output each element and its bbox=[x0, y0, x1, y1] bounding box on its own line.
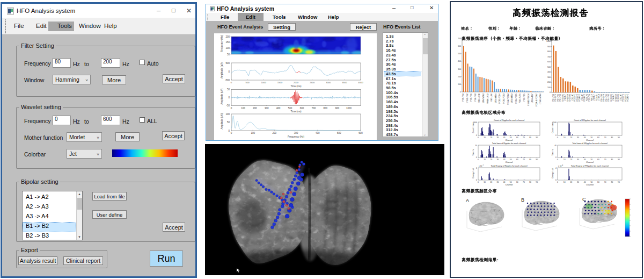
svg-text:20: 20 bbox=[490, 159, 492, 161]
svg-text:P31C-P3: P31C-P3 bbox=[586, 94, 588, 101]
svg-text:500: 500 bbox=[458, 53, 461, 55]
svg-text:Total Engery of Ripples for ea: Total Engery of Ripples for each channel bbox=[491, 165, 527, 167]
svg-text:Energy / uV: Energy / uV bbox=[472, 168, 474, 178]
svg-text:50: 50 bbox=[510, 159, 512, 161]
svg-text:PCB2-PCB3: PCB2-PCB3 bbox=[503, 94, 505, 104]
svg-text:Count / times: Count / times bbox=[472, 121, 474, 133]
svg-text:0: 0 bbox=[555, 179, 557, 181]
svg-text:Amplitude (uV): Amplitude (uV) bbox=[221, 62, 223, 78]
svg-text:100: 100 bbox=[458, 83, 461, 85]
svg-text:0: 0 bbox=[550, 91, 551, 94]
svg-text:60: 60 bbox=[516, 137, 518, 139]
svg-text:60: 60 bbox=[597, 181, 599, 183]
svg-text:500: 500 bbox=[288, 107, 292, 110]
svg-text:30: 30 bbox=[497, 159, 499, 161]
svg-text:0: 0 bbox=[231, 81, 232, 84]
svg-text:PSH-PH6: PSH-PH6 bbox=[470, 94, 472, 102]
svg-text:PSH-PH4: PSH-PH4 bbox=[552, 94, 554, 102]
svg-text:10: 10 bbox=[564, 159, 566, 161]
svg-text:150: 150 bbox=[225, 41, 230, 44]
svg-text:8: 8 bbox=[562, 164, 564, 167]
svg-text:3500: 3500 bbox=[342, 81, 347, 84]
svg-text:20: 20 bbox=[490, 181, 492, 183]
svg-text:UH5-UH6: UH5-UH6 bbox=[617, 94, 619, 102]
svg-text:0: 0 bbox=[228, 130, 230, 132]
svg-text:300: 300 bbox=[265, 107, 269, 110]
svg-text:800: 800 bbox=[324, 107, 328, 110]
svg-text:800: 800 bbox=[547, 51, 551, 53]
svg-text:PSH-PH4: PSH-PH4 bbox=[601, 94, 603, 102]
svg-text:100: 100 bbox=[241, 107, 245, 110]
svg-text:UH10-UH: UH10-UH bbox=[567, 94, 569, 102]
svg-text:30: 30 bbox=[577, 181, 579, 183]
svg-text:90: 90 bbox=[618, 181, 620, 183]
svg-text:7: 7 bbox=[483, 164, 484, 167]
svg-text:60: 60 bbox=[597, 159, 599, 161]
svg-text:600: 600 bbox=[300, 107, 304, 110]
svg-text:70: 70 bbox=[523, 159, 525, 161]
svg-text:500: 500 bbox=[553, 121, 557, 124]
svg-text:Energy / uV: Energy / uV bbox=[552, 168, 554, 178]
svg-text:PSC-PE5: PSC-PE5 bbox=[588, 94, 590, 102]
svg-text:Time (ms): Time (ms) bbox=[290, 85, 302, 88]
svg-text:80: 80 bbox=[611, 159, 613, 161]
svg-text:30: 30 bbox=[497, 137, 499, 139]
svg-text:100: 100 bbox=[225, 113, 230, 116]
svg-text:PCB2-PC: PCB2-PC bbox=[625, 94, 627, 102]
svg-text:200: 200 bbox=[273, 132, 277, 134]
svg-text:90: 90 bbox=[536, 159, 538, 161]
svg-text:C: C bbox=[582, 197, 586, 202]
svg-text:40: 40 bbox=[503, 137, 506, 139]
svg-text:UH10-UH13: UH10-UH13 bbox=[487, 94, 489, 104]
svg-text:2000: 2000 bbox=[294, 81, 299, 84]
svg-text:20: 20 bbox=[570, 181, 572, 183]
svg-text:50: 50 bbox=[590, 181, 592, 183]
svg-text:80: 80 bbox=[529, 137, 531, 139]
svg-text:100: 100 bbox=[251, 132, 255, 134]
svg-text:Channel: Channel bbox=[505, 139, 513, 141]
svg-text:20: 20 bbox=[490, 137, 492, 139]
svg-text:70: 70 bbox=[604, 159, 606, 161]
svg-text:PSC-PE5: PSC-PE5 bbox=[523, 94, 525, 102]
svg-text:LTB3-AT: LTB3-AT bbox=[572, 94, 574, 101]
svg-text:0: 0 bbox=[231, 107, 232, 110]
svg-text:PSH13-PSH14: PSH13-PSH14 bbox=[528, 94, 530, 106]
svg-text:x 10: x 10 bbox=[558, 165, 562, 167]
svg-text:LTB3-AT: LTB3-AT bbox=[581, 94, 583, 101]
svg-text:LTB3-ATB4: LTB3-ATB4 bbox=[495, 94, 497, 103]
svg-text:700: 700 bbox=[312, 107, 316, 110]
svg-text:80: 80 bbox=[611, 137, 613, 139]
svg-text:80: 80 bbox=[611, 181, 613, 183]
svg-text:Time / s: Time / s bbox=[472, 149, 474, 156]
svg-text:P31C-P3T6: P31C-P3T6 bbox=[519, 94, 521, 103]
svg-text:Count of Ripples for each chan: Count of Ripples for each channel bbox=[494, 119, 524, 121]
svg-text:30: 30 bbox=[577, 159, 579, 161]
svg-text:LTB6A-T: LTB6A-T bbox=[593, 94, 595, 101]
svg-text:PC5A-PC: PC5A-PC bbox=[579, 94, 581, 102]
svg-text:LT7A6-A: LT7A6-A bbox=[598, 94, 600, 101]
svg-text:PSH-PH3: PSH-PH3 bbox=[559, 94, 561, 102]
svg-text:LTA7A-TA3: LTA7A-TA3 bbox=[482, 94, 485, 103]
svg-text:60: 60 bbox=[516, 181, 518, 183]
svg-text:PSH1-PH2: PSH1-PH2 bbox=[466, 94, 469, 103]
svg-text:PC5A-PC: PC5A-PC bbox=[627, 94, 629, 102]
svg-text:200: 200 bbox=[458, 76, 461, 78]
svg-text:500: 500 bbox=[337, 132, 341, 134]
svg-text:0: 0 bbox=[476, 179, 477, 181]
svg-text:0: 0 bbox=[228, 96, 230, 99]
svg-text:70: 70 bbox=[604, 181, 606, 183]
svg-text:90: 90 bbox=[618, 159, 620, 161]
svg-text:0: 0 bbox=[557, 137, 558, 139]
svg-text:Channel: Channel bbox=[505, 161, 513, 163]
svg-text:UH5-UH1: UH5-UH1 bbox=[610, 94, 612, 102]
svg-text:70: 70 bbox=[604, 137, 606, 139]
svg-text:10: 10 bbox=[564, 137, 566, 139]
svg-text:900: 900 bbox=[547, 46, 551, 48]
svg-text:2: 2 bbox=[476, 167, 477, 169]
svg-text:PCB4-PC: PCB4-PC bbox=[583, 94, 586, 102]
svg-text:PSH1-PH: PSH1-PH bbox=[603, 94, 605, 102]
svg-text:500: 500 bbox=[547, 66, 551, 68]
svg-text:Count of FRipples for each cha: Count of FRipples for each channel bbox=[574, 119, 606, 121]
svg-text:30: 30 bbox=[497, 181, 499, 183]
svg-text:Channel: Channel bbox=[586, 161, 594, 163]
